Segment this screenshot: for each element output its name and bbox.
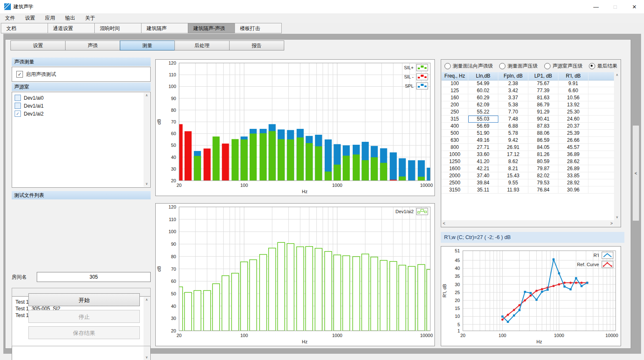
table-cell[interactable]: 7.48: [498, 116, 528, 123]
start-button[interactable]: 开始: [28, 293, 140, 306]
table-cell[interactable]: 2.38: [498, 80, 528, 87]
menu-item-4[interactable]: 输出: [60, 13, 80, 23]
table-cell[interactable]: 2500: [442, 179, 468, 186]
table-cell[interactable]: [588, 108, 615, 116]
table-cell[interactable]: 51.90: [468, 130, 498, 137]
main-tab-5[interactable]: 建筑隔声-声强: [188, 23, 235, 33]
table-cell[interactable]: 86.59: [528, 137, 558, 144]
table-cell[interactable]: [588, 151, 615, 158]
table-cell[interactable]: 3150: [442, 186, 468, 194]
save-results-button[interactable]: 保存结果: [28, 326, 140, 339]
table-cell[interactable]: 20.37: [558, 123, 588, 130]
channel-checkbox[interactable]: [15, 103, 21, 109]
channel-item[interactable]: Dev1/ai0: [12, 94, 150, 102]
table-cell[interactable]: [588, 144, 615, 151]
vertical-scrollbar[interactable]: ∧∨: [144, 93, 150, 187]
table-cell[interactable]: 5.38: [498, 101, 528, 108]
sub-tab-5[interactable]: 报告: [229, 40, 284, 50]
table-cell[interactable]: 2000: [442, 172, 468, 179]
table-cell[interactable]: 9.91: [558, 80, 588, 87]
table-cell[interactable]: 33.85: [558, 172, 588, 179]
table-cell[interactable]: 15.43: [498, 172, 528, 179]
table-cell[interactable]: 8.21: [498, 165, 528, 172]
table-cell[interactable]: 79.53: [528, 179, 558, 186]
table-cell[interactable]: [588, 172, 615, 179]
maximize-button[interactable]: □: [606, 0, 625, 13]
table-cell[interactable]: 49.16: [468, 137, 498, 144]
table-cell[interactable]: 500: [442, 130, 468, 137]
table-cell[interactable]: 42.21: [468, 165, 498, 172]
table-cell[interactable]: 100: [442, 80, 468, 87]
table-cell[interactable]: [588, 123, 615, 130]
table-cell[interactable]: 88.06: [528, 130, 558, 137]
table-cell[interactable]: 8.62: [498, 158, 528, 165]
table-cell[interactable]: 24.60: [558, 116, 588, 123]
radio-option-2[interactable]: 测量面声压级: [499, 63, 538, 70]
table-cell[interactable]: 26.66: [558, 137, 588, 144]
enable-intensity-checkbox[interactable]: ✓: [16, 71, 23, 78]
table-cell[interactable]: [588, 116, 615, 123]
table-cell[interactable]: 1250: [442, 158, 468, 165]
sub-tab-4[interactable]: 后处理: [174, 40, 230, 50]
table-cell[interactable]: 6.88: [498, 123, 528, 130]
table-cell[interactable]: 630: [442, 137, 468, 144]
channel-item[interactable]: Dev1/ai1: [12, 102, 150, 110]
main-tab-6[interactable]: 楼板打击: [235, 23, 282, 33]
table-cell[interactable]: 90.41: [528, 116, 558, 123]
table-cell[interactable]: 79.87: [528, 165, 558, 172]
table-cell[interactable]: 27.71: [468, 144, 498, 151]
table-cell[interactable]: 35.11: [468, 186, 498, 194]
table-cell[interactable]: 28.62: [558, 158, 588, 165]
menu-item-5[interactable]: 关于: [80, 13, 100, 23]
scroll-down-icon[interactable]: ∨: [616, 214, 619, 220]
table-cell[interactable]: 28.92: [558, 179, 588, 186]
main-tab-4[interactable]: 建筑隔声: [141, 23, 188, 33]
table-cell[interactable]: [588, 137, 615, 144]
table-cell[interactable]: 9.42: [498, 137, 528, 144]
table-cell[interactable]: 3.37: [498, 94, 528, 101]
table-cell[interactable]: 41.20: [468, 158, 498, 165]
table-cell[interactable]: 62.09: [468, 101, 498, 108]
radio-option-4[interactable]: 最后结果: [589, 63, 617, 70]
table-cell[interactable]: 26.91: [498, 144, 528, 151]
menu-item-2[interactable]: 设置: [20, 13, 40, 23]
table-cell[interactable]: 37.40: [468, 172, 498, 179]
table-cell[interactable]: 36.89: [558, 151, 588, 158]
table-cell[interactable]: [588, 80, 615, 87]
table-cell[interactable]: 17.12: [498, 151, 528, 158]
table-cell[interactable]: 25.39: [558, 130, 588, 137]
scroll-up-icon[interactable]: ∧: [616, 72, 619, 78]
table-cell[interactable]: 54.99: [468, 80, 498, 87]
table-cell[interactable]: [588, 130, 615, 137]
main-tab-1[interactable]: 文档: [1, 23, 48, 33]
table-cell[interactable]: 800: [442, 144, 468, 151]
table-cell[interactable]: 3.42: [498, 87, 528, 94]
stop-button[interactable]: 停止: [28, 310, 140, 323]
table-cell[interactable]: 75.67: [528, 80, 558, 87]
table-cell[interactable]: [588, 101, 615, 108]
table-cell[interactable]: 200: [442, 101, 468, 108]
table-cell[interactable]: 30.96: [558, 186, 588, 194]
table-cell[interactable]: 91.29: [528, 108, 558, 116]
table-cell[interactable]: 10.56: [558, 94, 588, 101]
table-cell[interactable]: [588, 87, 615, 94]
table-cell[interactable]: 81.26: [528, 151, 558, 158]
channel-item[interactable]: ✓Dev1/ai2: [12, 110, 150, 118]
menu-item-3[interactable]: 应用: [40, 13, 60, 23]
table-cell[interactable]: 60.02: [468, 87, 498, 94]
table-cell[interactable]: [588, 186, 615, 194]
table-cell[interactable]: 82.02: [528, 172, 558, 179]
main-tab-2[interactable]: 通道设置: [48, 23, 95, 33]
main-tab-3[interactable]: 混响时间: [94, 23, 141, 33]
table-cell[interactable]: 1600: [442, 165, 468, 172]
sub-tab-1[interactable]: 设置: [10, 40, 66, 50]
table-cell[interactable]: 84.05: [528, 144, 558, 151]
table-cell[interactable]: 400: [442, 123, 468, 130]
table-vertical-scrollbar[interactable]: ∧∨: [614, 72, 620, 220]
table-cell[interactable]: 6.60: [558, 87, 588, 94]
table-cell[interactable]: 55.22: [468, 108, 498, 116]
table-cell[interactable]: 76.84: [528, 186, 558, 194]
table-cell[interactable]: 81.63: [528, 94, 558, 101]
panel-collapse-handle[interactable]: <: [632, 125, 639, 221]
table-cell[interactable]: [588, 179, 615, 186]
